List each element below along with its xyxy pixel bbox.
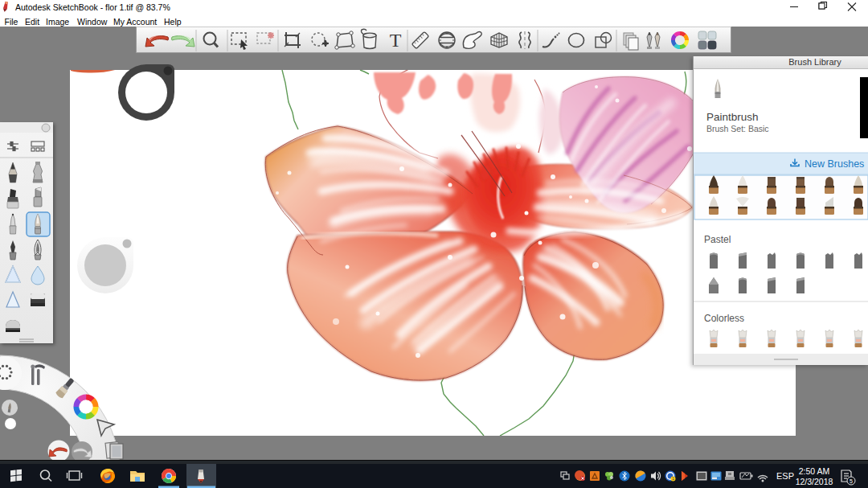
svg-text:Colorless: Colorless xyxy=(704,313,744,324)
svg-text:ESP: ESP xyxy=(776,471,794,481)
svg-text:5: 5 xyxy=(850,478,853,484)
svg-text:Pastel: Pastel xyxy=(704,234,731,245)
svg-text:12/3/2018: 12/3/2018 xyxy=(796,477,833,486)
svg-text:T: T xyxy=(390,30,402,51)
svg-text:2:50 AM: 2:50 AM xyxy=(799,466,830,476)
svg-text:Brush Set: Basic: Brush Set: Basic xyxy=(706,124,769,133)
svg-text:Paintbrush: Paintbrush xyxy=(706,111,759,123)
svg-text:New Brushes: New Brushes xyxy=(805,158,864,170)
